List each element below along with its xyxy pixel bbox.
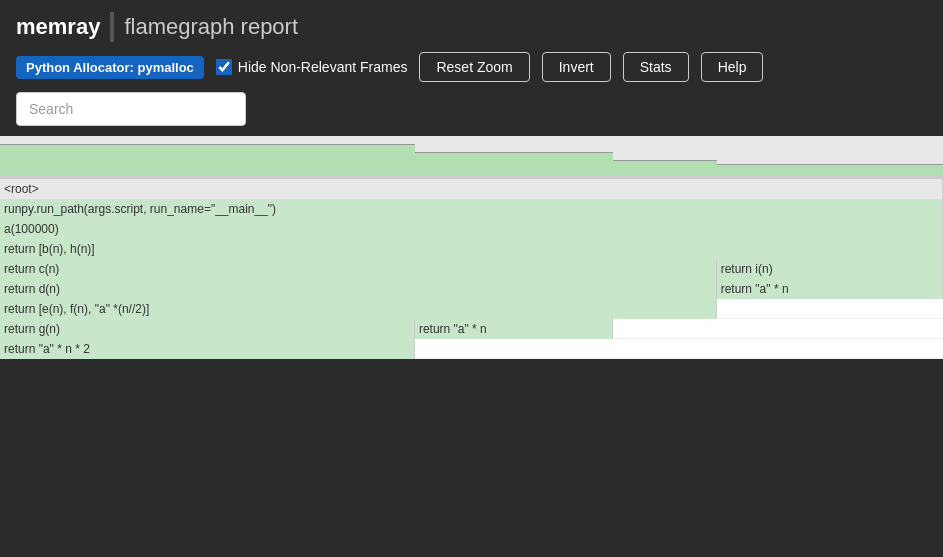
flame-block[interactable]: return d(n) (0, 279, 717, 299)
table-row[interactable]: a(100000) (0, 219, 943, 239)
flame-block[interactable]: runpy.run_path(args.script, run_name="__… (0, 199, 943, 219)
flame-block[interactable]: return [e(n), f(n), "a" *(n//2)] (0, 299, 717, 319)
table-row[interactable]: return [b(n), h(n)] (0, 239, 943, 259)
flame-block[interactable]: return "a" * n (717, 279, 943, 299)
flame-block[interactable]: return g(n) (0, 319, 415, 339)
table-row[interactable]: return c(n)return i(n) (0, 259, 943, 279)
stats-button[interactable]: Stats (623, 52, 689, 82)
table-row[interactable]: return d(n)return "a" * n (0, 279, 943, 299)
invert-button[interactable]: Invert (542, 52, 611, 82)
report-name: flamegraph report (124, 14, 298, 40)
flame-block[interactable]: a(100000) (0, 219, 943, 239)
flame-area: <root>runpy.run_path(args.script, run_na… (0, 136, 943, 359)
flame-block[interactable]: return c(n) (0, 259, 717, 279)
hide-frames-text: Hide Non-Relevant Frames (238, 59, 408, 75)
allocator-badge: Python Allocator: pymalloc (16, 56, 204, 79)
table-row[interactable]: return [e(n), f(n), "a" *(n//2)] (0, 299, 943, 319)
mini-bars-chart (0, 136, 943, 176)
controls-row: Python Allocator: pymalloc Hide Non-Rele… (16, 52, 927, 82)
table-row[interactable]: runpy.run_path(args.script, run_name="__… (0, 199, 943, 219)
app-name: memray (16, 14, 100, 40)
title-separator (110, 12, 114, 42)
table-row[interactable]: return "a" * n * 2 (0, 339, 943, 359)
flame-block[interactable]: return i(n) (717, 259, 943, 279)
reset-zoom-button[interactable]: Reset Zoom (419, 52, 529, 82)
table-row[interactable]: <root> (0, 179, 943, 199)
title-row: memray flamegraph report (16, 12, 927, 42)
table-row[interactable]: return g(n)return "a" * n (0, 319, 943, 339)
help-button[interactable]: Help (701, 52, 764, 82)
search-row (16, 92, 927, 126)
flame-block[interactable]: <root> (0, 179, 943, 199)
flame-block[interactable]: return "a" * n * 2 (0, 339, 415, 359)
header: memray flamegraph report Python Allocato… (0, 0, 943, 136)
flame-block[interactable]: return "a" * n (415, 319, 613, 339)
flame-block[interactable]: return [b(n), h(n)] (0, 239, 943, 259)
hide-frames-checkbox[interactable] (216, 59, 232, 75)
flamegraph-content: <root>runpy.run_path(args.script, run_na… (0, 179, 943, 359)
hide-frames-label[interactable]: Hide Non-Relevant Frames (216, 59, 408, 75)
search-input[interactable] (16, 92, 246, 126)
